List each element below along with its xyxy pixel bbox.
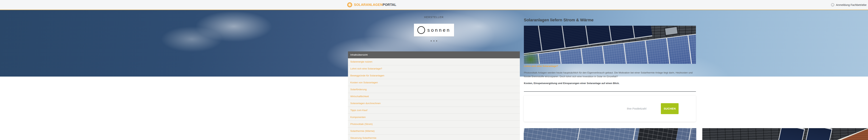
collector-graphic: [777, 128, 805, 140]
site-logo[interactable]: SOLARANLAGENPORTAL: [347, 0, 396, 10]
carousel-dot[interactable]: [433, 40, 434, 41]
logo-text-orange: SOLARANLAGEN: [354, 3, 383, 7]
toc-item[interactable]: Steuerung Solarthermie: [348, 135, 520, 140]
toc-item[interactable]: Lohnt sich eine Solaranlage?: [348, 65, 520, 72]
roof-window-graphic: [664, 26, 679, 36]
toc-item[interactable]: Kosten von Solaranlagen: [348, 79, 520, 86]
postal-code-input[interactable]: [627, 107, 656, 110]
carousel-dots: [348, 40, 520, 41]
bottom-photo-right-roof-collectors: [702, 128, 868, 140]
carousel-dot[interactable]: [436, 40, 437, 41]
manufacturer-logo-sonnen[interactable]: sonnen: [414, 24, 454, 36]
toc-item[interactable]: Beweggründe für Solaranlagen: [348, 72, 520, 79]
sun-logo-icon: [347, 2, 352, 7]
login-arrow-icon: →: [831, 3, 834, 6]
collector-graphic: [804, 128, 832, 140]
login-fachbetriebe-link[interactable]: → Anmeldung Fachbetriebe: [831, 0, 867, 10]
carousel-dot[interactable]: [431, 40, 432, 41]
toc-item[interactable]: Komponenten: [348, 114, 520, 121]
page-title: Solaranlagen liefern Strom & Wärme: [524, 18, 696, 23]
section-divider: [524, 91, 696, 92]
article-link[interactable]: Lohnt sich eine Solaranlage?: [524, 65, 558, 67]
toc-item[interactable]: Solaranlagen durchrechnen: [348, 100, 520, 107]
solaranlagenportal-page: SOLARANLAGENPORTAL → Anmeldung Fachbetri…: [0, 0, 868, 140]
bottom-photo-left-pv-panels: [524, 128, 696, 140]
article-bold-note: Kosten, Einspeisevergütung und Einsparun…: [524, 82, 695, 84]
toc-header: Inhaltsübersicht: [348, 51, 520, 58]
toc-item[interactable]: Wirtschaftlichkeit: [348, 93, 520, 100]
toc-item[interactable]: Photovoltaik (Strom): [348, 121, 520, 128]
sonnen-brand-text: sonnen: [427, 27, 451, 33]
sonnen-circle-icon: [417, 26, 425, 34]
search-button[interactable]: SUCHEN: [661, 103, 679, 114]
toc-item[interactable]: Solarförderung: [348, 86, 520, 93]
toc-list: Solarenergie nutzenLohnt sich eine Solar…: [348, 58, 520, 140]
toc-item[interactable]: Solarthermie (Wärme): [348, 128, 520, 135]
top-bar: SOLARANLAGENPORTAL → Anmeldung Fachbetri…: [0, 0, 868, 10]
site-logo-text: SOLARANLAGENPORTAL: [354, 3, 396, 7]
toc-item[interactable]: Solarenergie nutzen: [348, 58, 520, 65]
tree-leaves-graphic: [524, 51, 541, 64]
postal-search-card: SUCHEN: [524, 95, 696, 122]
toc-item[interactable]: Tipps zum Kauf: [348, 107, 520, 114]
article-paragraph: Photovoltaik Anlagen werden heute haupts…: [524, 71, 695, 78]
login-label: Anmeldung Fachbetriebe: [836, 3, 867, 6]
manufacturer-section-label: HERSTELLER: [348, 16, 520, 19]
logo-text-dark: PORTAL: [383, 3, 396, 7]
article-photo-solar-roof: [524, 26, 696, 64]
table-of-contents: Inhaltsübersicht Solarenergie nutzenLohn…: [348, 51, 520, 140]
rainbow-arc: [0, 58, 374, 76]
